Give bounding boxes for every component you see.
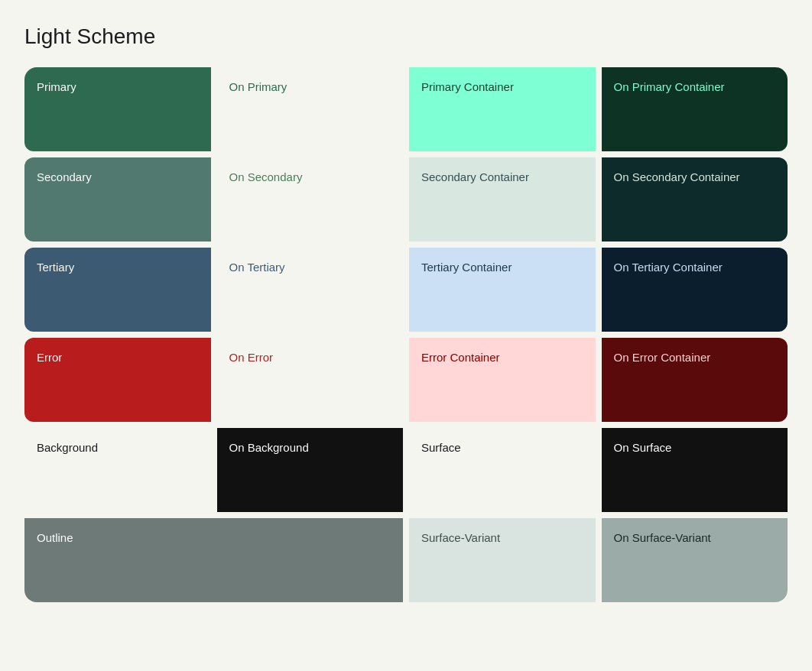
- tertiary-container-label: Tertiary Container: [421, 260, 512, 275]
- on-secondary-cell: On Secondary: [217, 157, 404, 241]
- primary-label: Primary: [37, 79, 76, 95]
- on-error-cell: On Error: [217, 338, 404, 422]
- on-tertiary-container-label: On Tertiary Container: [614, 260, 723, 275]
- tertiary-cell: Tertiary: [24, 248, 211, 332]
- on-tertiary-container-cell: On Tertiary Container: [602, 248, 788, 332]
- surface-variant-label: Surface-Variant: [421, 530, 500, 546]
- secondary-container-cell: Secondary Container: [409, 157, 596, 241]
- background-label: Background: [37, 440, 98, 455]
- on-background-cell: On Background: [217, 428, 404, 512]
- on-background-label: On Background: [229, 440, 309, 455]
- on-surface-cell: On Surface: [602, 428, 788, 512]
- error-cell: Error: [24, 338, 211, 422]
- primary-container-cell: Primary Container: [409, 67, 596, 151]
- on-tertiary-label: On Tertiary: [229, 260, 285, 275]
- tertiary-container-cell: Tertiary Container: [409, 248, 596, 332]
- primary-cell: Primary: [24, 67, 211, 151]
- on-surface-variant-cell: On Surface-Variant: [602, 518, 788, 602]
- outline-label: Outline: [37, 530, 73, 546]
- secondary-container-label: Secondary Container: [421, 170, 529, 185]
- on-error-container-cell: On Error Container: [602, 338, 788, 422]
- on-secondary-container-label: On Secondary Container: [614, 170, 740, 185]
- error-container-label: Error Container: [421, 350, 500, 365]
- on-tertiary-cell: On Tertiary: [217, 248, 404, 332]
- on-surface-label: On Surface: [614, 440, 672, 455]
- color-scheme-grid: Primary On Primary Primary Container On …: [24, 67, 788, 602]
- surface-cell: Surface: [409, 428, 596, 512]
- error-label: Error: [37, 350, 62, 365]
- on-surface-variant-label: On Surface-Variant: [614, 530, 711, 546]
- on-secondary-label: On Secondary: [229, 170, 303, 185]
- primary-container-label: Primary Container: [421, 79, 514, 95]
- tertiary-label: Tertiary: [37, 260, 74, 275]
- on-primary-container-cell: On Primary Container: [602, 67, 788, 151]
- error-container-cell: Error Container: [409, 338, 596, 422]
- background-cell: Background: [24, 428, 211, 512]
- on-primary-container-label: On Primary Container: [614, 79, 725, 95]
- on-primary-cell: On Primary: [217, 67, 404, 151]
- on-error-container-label: On Error Container: [614, 350, 711, 365]
- on-error-label: On Error: [229, 350, 274, 365]
- on-primary-label: On Primary: [229, 79, 287, 95]
- surface-variant-cell: Surface-Variant: [409, 518, 596, 602]
- surface-label: Surface: [421, 440, 461, 455]
- secondary-cell: Secondary: [24, 157, 211, 241]
- secondary-label: Secondary: [37, 170, 92, 185]
- page-title: Light Scheme: [24, 24, 788, 49]
- on-secondary-container-cell: On Secondary Container: [602, 157, 788, 241]
- outline-cell: Outline: [24, 518, 403, 602]
